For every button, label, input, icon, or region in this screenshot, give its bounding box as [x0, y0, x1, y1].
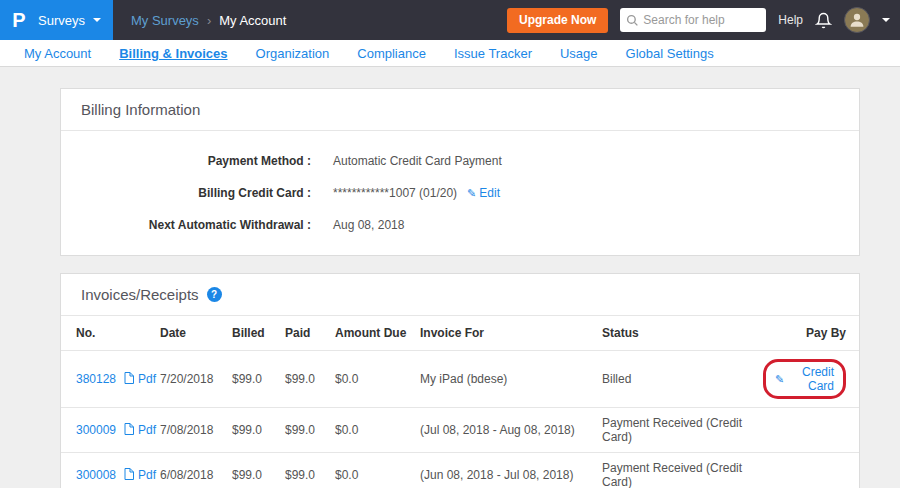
product-label: Surveys — [38, 13, 85, 28]
edit-icon: ✎ — [467, 188, 476, 199]
payment-method-row: Payment Method : Automatic Credit Card P… — [61, 145, 859, 177]
pdf-link[interactable]: Pdf — [138, 468, 156, 482]
invoice-pay-by — [759, 408, 859, 453]
payment-method-value: Automatic Credit Card Payment — [333, 154, 502, 168]
edit-credit-card[interactable]: ✎ Edit — [467, 186, 500, 200]
tab-organization[interactable]: Organization — [242, 46, 344, 61]
invoice-number-link[interactable]: 300009 — [76, 423, 116, 437]
invoice-for: (Jul 08, 2018 - Aug 08, 2018) — [416, 408, 598, 453]
next-withdrawal-value: Aug 08, 2018 — [333, 218, 404, 232]
breadcrumb-separator-icon: › — [207, 13, 211, 28]
main-content: Billing Information Payment Method : Aut… — [0, 67, 900, 488]
topbar: P Surveys My Surveys › My Account Upgrad… — [0, 0, 900, 40]
tab-billing-invoices[interactable]: Billing & Invoices — [105, 46, 241, 61]
pdf-link[interactable]: Pdf — [138, 372, 156, 386]
col-paid: Paid — [281, 316, 331, 351]
help-link[interactable]: Help — [778, 13, 803, 27]
product-switcher[interactable]: P Surveys — [0, 0, 113, 40]
breadcrumb: My Surveys › My Account — [131, 13, 286, 28]
search-input[interactable] — [643, 13, 760, 27]
invoice-billed: $99.0 — [228, 351, 281, 408]
help-icon[interactable]: ? — [207, 287, 222, 302]
next-withdrawal-label: Next Automatic Withdrawal : — [61, 218, 311, 232]
billing-information-header: Billing Information — [61, 89, 859, 131]
col-pay-by: Pay By — [759, 316, 859, 351]
pdf-file-icon — [124, 372, 134, 387]
billing-credit-card-row: Billing Credit Card : ************1007 (… — [61, 177, 859, 209]
col-no: No. — [61, 316, 156, 351]
account-chevron-down-icon[interactable] — [882, 18, 890, 22]
next-withdrawal-row: Next Automatic Withdrawal : Aug 08, 2018 — [61, 209, 859, 241]
billing-information-title: Billing Information — [81, 101, 200, 118]
invoice-amount-due: $0.0 — [331, 408, 416, 453]
help-search-box[interactable] — [620, 8, 766, 32]
tab-compliance[interactable]: Compliance — [343, 46, 440, 61]
pdf-file-icon — [124, 423, 134, 438]
edit-credit-card-link[interactable]: Edit — [479, 186, 500, 200]
invoice-status: Billed — [598, 351, 759, 408]
invoice-for: My iPad (bdese) — [416, 351, 598, 408]
notifications-bell-icon[interactable] — [815, 12, 832, 29]
invoice-row: 300009 Pdf 7/08/2018 $99.0 $99.0 $0.0 (J… — [61, 408, 859, 453]
invoice-number-link[interactable]: 380128 — [76, 372, 116, 386]
invoice-paid: $99.0 — [281, 351, 331, 408]
invoice-pay-by — [759, 453, 859, 488]
billing-credit-card-value: ************1007 (01/20) — [333, 186, 457, 200]
tab-my-account[interactable]: My Account — [10, 46, 105, 61]
tab-global-settings[interactable]: Global Settings — [612, 46, 728, 61]
billing-information-card: Billing Information Payment Method : Aut… — [60, 88, 860, 256]
chevron-down-icon — [93, 18, 101, 22]
invoice-row: 300008 Pdf 6/08/2018 $99.0 $99.0 $0.0 (J… — [61, 453, 859, 488]
invoice-billed: $99.0 — [228, 408, 281, 453]
invoice-status: Payment Received (Credit Card) — [598, 408, 759, 453]
payment-method-label: Payment Method : — [61, 154, 311, 168]
invoices-table: No. Date Billed Paid Amount Due Invoice … — [61, 316, 859, 488]
invoice-amount-due: $0.0 — [331, 453, 416, 488]
invoice-for: (Jun 08, 2018 - Jul 08, 2018) — [416, 453, 598, 488]
topbar-actions: Upgrade Now Help — [507, 7, 900, 33]
invoice-paid: $99.0 — [281, 453, 331, 488]
pdf-link[interactable]: Pdf — [138, 423, 156, 437]
invoice-date: 6/08/2018 — [156, 453, 228, 488]
pdf-file-icon — [124, 468, 134, 483]
invoice-number-link[interactable]: 300008 — [76, 468, 116, 482]
invoice-billed: $99.0 — [228, 453, 281, 488]
invoices-receipts-header: Invoices/Receipts ? — [61, 274, 859, 316]
breadcrumb-my-account: My Account — [219, 13, 286, 28]
invoice-paid: $99.0 — [281, 408, 331, 453]
col-status: Status — [598, 316, 759, 351]
invoice-date: 7/20/2018 — [156, 351, 228, 408]
invoice-status: Payment Received (Credit Card) — [598, 453, 759, 488]
col-billed: Billed — [228, 316, 281, 351]
upgrade-now-button[interactable]: Upgrade Now — [507, 8, 608, 33]
tab-usage[interactable]: Usage — [546, 46, 612, 61]
avatar[interactable] — [844, 7, 870, 33]
billing-credit-card-label: Billing Credit Card : — [61, 186, 311, 200]
billing-information-body: Payment Method : Automatic Credit Card P… — [61, 131, 859, 255]
invoices-receipts-card: Invoices/Receipts ? No. Date Billed Paid… — [60, 273, 860, 488]
breadcrumb-my-surveys[interactable]: My Surveys — [131, 13, 199, 28]
col-date: Date — [156, 316, 228, 351]
tab-issue-tracker[interactable]: Issue Tracker — [440, 46, 546, 61]
pay-by-credit-card-link[interactable]: Credit Card — [788, 365, 834, 393]
invoices-receipts-title: Invoices/Receipts — [81, 286, 199, 303]
col-amount-due: Amount Due — [331, 316, 416, 351]
invoices-table-header: No. Date Billed Paid Amount Due Invoice … — [61, 316, 859, 351]
edit-icon: ✎ — [775, 374, 784, 385]
account-nav-tabs: My Account Billing & Invoices Organizati… — [0, 40, 900, 67]
invoice-date: 7/08/2018 — [156, 408, 228, 453]
app-logo[interactable]: P — [0, 0, 38, 40]
invoice-row: 380128 Pdf 7/20/2018 $99.0 $99.0 $0.0 My… — [61, 351, 859, 408]
invoice-amount-due: $0.0 — [331, 351, 416, 408]
col-invoice-for: Invoice For — [416, 316, 598, 351]
highlight-annotation: ✎ Credit Card — [763, 359, 846, 399]
search-icon — [626, 14, 639, 27]
